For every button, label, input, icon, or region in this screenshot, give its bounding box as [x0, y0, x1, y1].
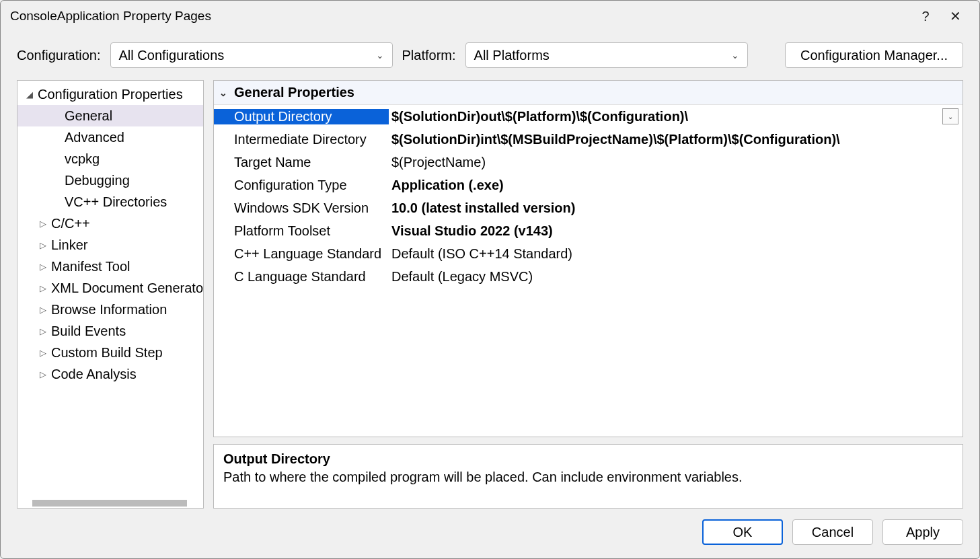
grid-section-header[interactable]: ⌄ General Properties — [214, 81, 963, 105]
grid-section-title: General Properties — [234, 85, 354, 100]
tree-item[interactable]: ▷Custom Build Step — [17, 342, 204, 363]
platform-label: Platform: — [402, 48, 456, 63]
titlebar: ConsoleApplication Property Pages ? ✕ — [1, 1, 979, 32]
expand-icon[interactable]: ▷ — [38, 348, 48, 358]
dropdown-icon[interactable]: ⌄ — [942, 108, 958, 124]
platform-select[interactable]: All Platforms ⌄ — [465, 42, 748, 68]
property-row[interactable]: Output Directory$(SolutionDir)out\$(Plat… — [214, 105, 963, 128]
ok-button[interactable]: OK — [702, 519, 783, 545]
tree-item[interactable]: Debugging — [17, 170, 204, 191]
chevron-down-icon: ⌄ — [376, 50, 384, 61]
property-row[interactable]: Platform ToolsetVisual Studio 2022 (v143… — [214, 219, 963, 242]
tree-item-label: Manifest Tool — [51, 259, 130, 274]
tree-item-label: C/C++ — [51, 216, 90, 231]
property-row[interactable]: Target Name$(ProjectName) — [214, 151, 963, 174]
property-value[interactable]: Default (ISO C++14 Standard) — [389, 246, 963, 262]
property-label: Configuration Type — [214, 178, 389, 193]
tree-item-label: Debugging — [65, 173, 130, 188]
property-row[interactable]: Configuration TypeApplication (.exe) — [214, 174, 963, 196]
tree-item[interactable]: ▷Build Events — [17, 320, 204, 342]
tree-item-label: VC++ Directories — [65, 194, 167, 210]
property-value[interactable]: Visual Studio 2022 (v143) — [389, 223, 963, 239]
platform-value: All Platforms — [474, 48, 550, 63]
property-value[interactable]: 10.0 (latest installed version) — [389, 200, 963, 216]
configuration-select[interactable]: All Configurations ⌄ — [110, 42, 393, 68]
expand-icon[interactable]: ▷ — [38, 262, 48, 272]
property-label: Platform Toolset — [214, 223, 389, 239]
expand-icon[interactable]: ▷ — [38, 305, 48, 315]
horizontal-scrollbar-thumb[interactable] — [32, 500, 187, 507]
description-panel: Output Directory Path to where the compi… — [213, 444, 963, 509]
tree-item-label: Advanced — [65, 130, 124, 145]
property-label: C Language Standard — [214, 269, 389, 285]
tree-item-label: Build Events — [51, 324, 126, 339]
toolbar: Configuration: All Configurations ⌄ Plat… — [1, 32, 979, 80]
property-label: Output Directory — [214, 109, 389, 124]
description-text: Path to where the compiled program will … — [223, 470, 953, 485]
tree-item[interactable]: General — [17, 105, 204, 126]
property-row[interactable]: Intermediate Directory$(SolutionDir)int\… — [214, 128, 963, 151]
help-icon[interactable]: ? — [911, 9, 940, 24]
property-grid[interactable]: ⌄ General Properties Output Directory$(S… — [213, 80, 963, 437]
tree-item-label: Code Analysis — [51, 367, 137, 382]
configuration-value: All Configurations — [119, 48, 225, 63]
main-area: ◢ Configuration Properties GeneralAdvanc… — [1, 80, 979, 509]
tree-item-label: Browse Information — [51, 302, 167, 318]
property-value[interactable]: $(ProjectName) — [389, 155, 963, 170]
tree-item[interactable]: Advanced — [17, 126, 204, 148]
description-title: Output Directory — [223, 451, 953, 467]
property-label: Windows SDK Version — [214, 200, 389, 216]
tree-item[interactable]: ▷Linker — [17, 234, 204, 256]
apply-button[interactable]: Apply — [882, 519, 963, 545]
tree-item[interactable]: vcpkg — [17, 148, 204, 170]
property-row[interactable]: C++ Language StandardDefault (ISO C++14 … — [214, 242, 963, 265]
footer: OK Cancel Apply — [1, 509, 979, 558]
collapse-icon[interactable]: ◢ — [24, 89, 35, 100]
property-value[interactable]: Application (.exe) — [389, 178, 963, 193]
property-label: Intermediate Directory — [214, 132, 389, 147]
tree-item[interactable]: VC++ Directories — [17, 191, 204, 213]
tree-item-label: Linker — [51, 237, 87, 253]
tree-item[interactable]: ▷Code Analysis — [17, 363, 204, 385]
tree-item-label: General — [65, 108, 112, 124]
property-value[interactable]: $(SolutionDir)int\$(MSBuildProjectName)\… — [389, 132, 963, 147]
chevron-down-icon: ⌄ — [219, 87, 234, 98]
tree-root-label: Configuration Properties — [38, 87, 183, 102]
tree-item[interactable]: ▷C/C++ — [17, 213, 204, 234]
configuration-label: Configuration: — [17, 48, 101, 63]
expand-icon[interactable]: ▷ — [38, 219, 48, 229]
property-value[interactable]: $(SolutionDir)out\$(Platform)\$(Configur… — [389, 109, 942, 124]
configuration-manager-button[interactable]: Configuration Manager... — [785, 42, 963, 68]
property-label: Target Name — [214, 155, 389, 170]
property-row[interactable]: C Language StandardDefault (Legacy MSVC) — [214, 265, 963, 288]
chevron-down-icon: ⌄ — [731, 50, 739, 61]
tree-item-label: XML Document Generator — [51, 281, 204, 296]
tree-item[interactable]: ▷Manifest Tool — [17, 256, 204, 277]
expand-icon[interactable]: ▷ — [38, 326, 48, 336]
tree-item[interactable]: ▷Browse Information — [17, 299, 204, 320]
tree-root[interactable]: ◢ Configuration Properties — [17, 83, 204, 105]
tree-item-label: Custom Build Step — [51, 345, 163, 361]
property-label: C++ Language Standard — [214, 246, 389, 262]
tree-item-label: vcpkg — [65, 151, 100, 167]
expand-icon[interactable]: ▷ — [38, 369, 48, 379]
property-row[interactable]: Windows SDK Version10.0 (latest installe… — [214, 196, 963, 219]
close-icon[interactable]: ✕ — [940, 8, 970, 24]
tree-item[interactable]: ▷XML Document Generator — [17, 277, 204, 299]
expand-icon[interactable]: ▷ — [38, 240, 48, 250]
category-tree[interactable]: ◢ Configuration Properties GeneralAdvanc… — [17, 80, 204, 509]
cancel-button[interactable]: Cancel — [792, 519, 873, 545]
expand-icon[interactable]: ▷ — [38, 283, 48, 293]
right-panel: ⌄ General Properties Output Directory$(S… — [213, 80, 963, 509]
window-title: ConsoleApplication Property Pages — [10, 9, 911, 24]
property-value[interactable]: Default (Legacy MSVC) — [389, 269, 963, 285]
property-pages-window: ConsoleApplication Property Pages ? ✕ Co… — [0, 0, 980, 559]
